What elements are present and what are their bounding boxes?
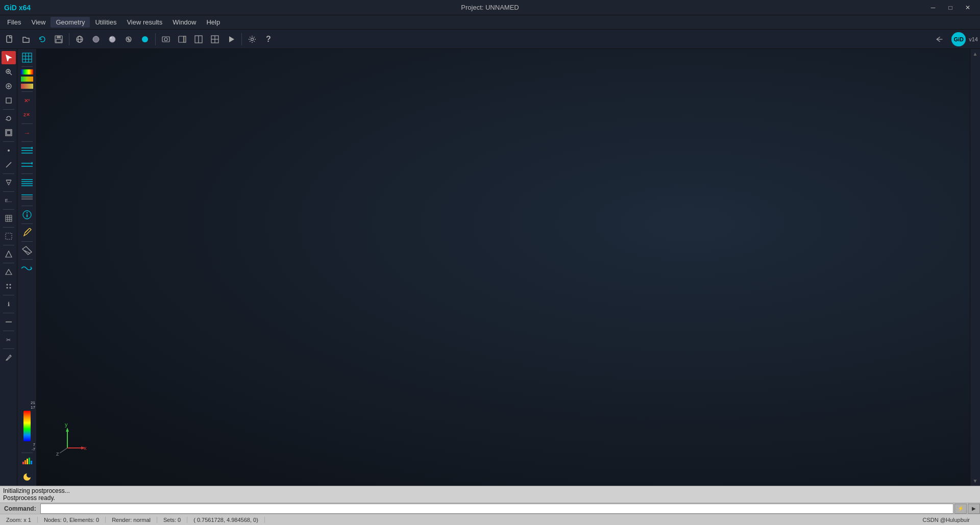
viewport[interactable]: y x z <box>37 49 970 486</box>
svg-point-13 <box>164 38 167 41</box>
svg-rect-55 <box>21 77 33 82</box>
colorbar3-button[interactable] <box>19 83 35 89</box>
eraser-button[interactable] <box>19 244 35 257</box>
data-2x-button[interactable]: 2✕ <box>19 108 35 121</box>
maximize-button[interactable]: □ <box>942 2 959 13</box>
data-x3-button[interactable]: ✕³ <box>19 94 35 107</box>
save-button[interactable] <box>51 32 66 46</box>
moon-button[interactable] <box>19 470 35 484</box>
menu-help[interactable]: Help <box>201 17 225 28</box>
mesh-tool[interactable] <box>2 176 16 189</box>
multiline1-button[interactable] <box>19 144 35 157</box>
menu-utilities[interactable]: Utilities <box>90 17 121 28</box>
rect-select-tool[interactable] <box>2 94 16 107</box>
label-tool[interactable]: E... <box>2 194 16 207</box>
fit-tool[interactable] <box>2 126 16 139</box>
svg-point-32 <box>8 149 10 152</box>
close-button[interactable]: ✕ <box>960 2 976 13</box>
view-solid-button[interactable] <box>88 32 104 46</box>
svg-rect-15 <box>184 36 186 42</box>
menu-viewresults[interactable]: View results <box>121 17 167 28</box>
svg-point-22 <box>251 38 254 40</box>
settings-button[interactable] <box>244 32 260 46</box>
svg-rect-31 <box>7 131 11 135</box>
lt-sep-1 <box>3 109 14 110</box>
frame2-button[interactable] <box>207 32 223 46</box>
knife-tool[interactable] <box>2 351 16 364</box>
new-button[interactable] <box>2 32 17 46</box>
menu-window[interactable]: Window <box>167 17 201 28</box>
nodes-status: Nodes: 0, Elements: 0 <box>38 517 106 523</box>
menu-files[interactable]: Files <box>2 17 26 28</box>
user-avatar[interactable]: GiD <box>951 32 966 46</box>
lt2-sep-5 <box>21 173 33 174</box>
info2-button[interactable] <box>19 208 35 221</box>
node-grid-button[interactable] <box>19 51 35 64</box>
pencil-button[interactable] <box>19 226 35 239</box>
left-toolbar: E... <box>0 49 17 486</box>
triangle-tool[interactable] <box>2 265 16 279</box>
select-tool[interactable] <box>2 51 16 64</box>
camera1-button[interactable] <box>158 32 174 46</box>
undo-button[interactable] <box>35 32 50 46</box>
lt2-sep-3 <box>21 123 33 124</box>
pan-tool[interactable] <box>2 80 16 93</box>
lt-sep-11 <box>3 331 14 331</box>
menu-view[interactable]: View <box>26 17 51 28</box>
log-line-1: Initializing postprocess... <box>3 487 977 494</box>
line-draw-tool[interactable] <box>2 158 16 171</box>
panel-scroll-down[interactable]: ▼ <box>973 478 978 484</box>
multiline3-button[interactable] <box>19 176 35 189</box>
titlebar: GiD x64 Project: UNNAMED ─ □ ✕ <box>0 0 980 15</box>
multiline2-button[interactable] <box>19 158 35 171</box>
panel-scroll-up[interactable]: ▲ <box>973 51 978 57</box>
multiline4-button[interactable] <box>19 190 35 204</box>
open-button[interactable] <box>18 32 34 46</box>
svg-rect-80 <box>24 460 26 464</box>
user-status: CSDN @Hulupbuir <box>917 517 976 523</box>
grid-tool[interactable] <box>2 212 16 225</box>
camera2-button[interactable] <box>175 32 190 46</box>
point-tool[interactable] <box>2 144 16 157</box>
view-toggle-button[interactable] <box>121 32 136 46</box>
view-render-button[interactable] <box>105 32 120 46</box>
rotate-tool[interactable] <box>2 112 16 125</box>
arrow-button[interactable]: → <box>19 126 35 139</box>
command-input[interactable] <box>40 504 953 514</box>
svg-rect-75 <box>27 214 28 217</box>
help-button[interactable]: ? <box>261 32 276 46</box>
log-line-2: Postprocess ready. <box>3 494 977 502</box>
menubar: Files View Geometry Utilities View resul… <box>0 15 980 30</box>
titlebar-controls: ─ □ ✕ <box>925 2 976 13</box>
cut-tool[interactable]: ✂ <box>2 333 16 346</box>
colorbar1-button[interactable] <box>19 69 35 75</box>
command-label: Command: <box>0 505 40 512</box>
minimize-button[interactable]: ─ <box>925 2 941 13</box>
cmd-arrow-icon[interactable]: ▶ <box>968 504 980 514</box>
sets-status: Sets: 0 <box>157 517 187 523</box>
zoom-tool[interactable] <box>2 65 16 79</box>
draw-line-tool[interactable] <box>2 315 16 329</box>
colorbar2-button[interactable] <box>19 76 35 82</box>
info-tool[interactable]: ℹ <box>2 297 16 311</box>
command-bar: Command: ⚡ ▶ <box>0 503 980 514</box>
svg-marker-85 <box>66 428 69 432</box>
surface-tool[interactable] <box>2 247 16 261</box>
svg-text:x: x <box>84 445 87 451</box>
bar-graph-button[interactable] <box>19 454 35 467</box>
view-wireframe-button[interactable] <box>72 32 87 46</box>
play-button[interactable] <box>224 32 239 46</box>
wave-button[interactable] <box>19 262 35 275</box>
back-arrow-button[interactable] <box>930 32 948 46</box>
svg-point-74 <box>26 212 27 213</box>
menu-geometry[interactable]: Geometry <box>51 17 90 28</box>
zoom-status: Zoom: x 1 <box>4 517 38 523</box>
svg-rect-82 <box>29 458 30 464</box>
frame1-button[interactable] <box>191 32 206 46</box>
cmd-lightning-icon[interactable]: ⚡ <box>954 504 967 514</box>
sphere-button[interactable] <box>137 32 153 46</box>
svg-line-88 <box>60 448 67 453</box>
box-select-tool[interactable] <box>2 230 16 243</box>
svg-rect-40 <box>6 233 12 239</box>
points-tool[interactable] <box>2 280 16 293</box>
